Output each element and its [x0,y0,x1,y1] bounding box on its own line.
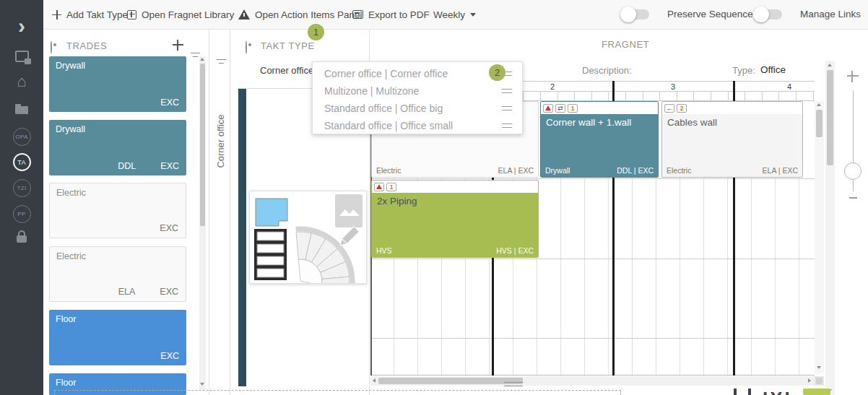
preserve-sequence-toggle[interactable] [622,9,649,19]
opa-badge-icon: OPA [13,128,31,146]
zoom-slider-handle[interactable] [844,162,862,180]
dropdown-item[interactable]: Multizone | Multizone [313,82,522,100]
add-takt-type-button[interactable]: Add Takt Type [52,0,128,29]
sidebar-item-pp[interactable]: PP [0,205,43,223]
expand-sidebar-button[interactable] [0,19,43,36]
scroll-right-icon[interactable] [808,378,811,383]
zoom-in-button[interactable] [847,71,859,82]
toggle-knob [753,6,769,22]
sidebar-item-ta[interactable]: TA [0,153,43,171]
lock-icon [17,235,27,243]
open-fragnet-library-label: Open Fragnet Library [142,9,234,20]
alert-icon[interactable] [374,183,384,191]
fragnet-panel-title: FRAGNET [602,39,649,50]
trade-card-electric-2[interactable]: Electric ELAEXC [49,246,186,302]
description-label: Description: [582,65,632,76]
open-action-items-button[interactable]: Open Action Items Panel [238,0,363,29]
toggle-knob [620,6,636,22]
row-line [370,178,815,179]
scroll-down-icon[interactable] [817,366,821,369]
zoom-control [843,65,865,217]
row-line [370,338,815,339]
swap-links-icon[interactable]: ⇄ [555,104,565,113]
add-trade-button[interactable] [173,40,183,51]
splitter-grip[interactable] [504,382,523,386]
sidebar-item-folder[interactable] [0,103,43,114]
scrollbar-thumb[interactable] [378,378,523,384]
dropdown-item[interactable]: Standard office | Office big [313,100,522,117]
panel-vertical-scrollbar[interactable] [825,61,835,395]
library-add-icon [127,10,136,19]
open-fragnet-library-button[interactable]: Open Fragnet Library [127,0,234,29]
plus-icon [52,10,61,19]
grid-bottom-line [370,375,815,376]
zoom-out-button[interactable] [849,197,857,199]
export-pdf-button[interactable]: Export to PDF [352,0,430,29]
scroll-left-icon[interactable] [373,378,376,383]
back-arrow-icon[interactable]: ← [664,104,674,113]
scrollbar-thumb[interactable] [816,110,823,137]
drag-handle-icon[interactable] [502,123,512,128]
zone-filter-icon[interactable] [217,59,226,66]
preserve-sequence-label: Preserve Sequence [667,0,753,29]
floor-plan-thumbnail[interactable] [249,191,367,284]
trade-card-floor-1[interactable]: Floor EXC [49,310,186,365]
fragnet-card-corner-wall[interactable]: ⇄ 1 Corner wall + 1.wall Drywall DDL | E… [540,101,659,178]
trades-radio-icon[interactable] [51,41,52,54]
view-mode-select[interactable]: Weekly [433,0,476,29]
scrollbar-thumb[interactable] [827,70,833,165]
card-trade: Electric [376,166,401,175]
trades-scrollbar[interactable] [199,56,206,390]
takt-row-label[interactable]: Corner office [260,65,313,76]
scroll-down-icon[interactable] [200,383,204,386]
sequence-number-icon[interactable]: 1 [386,183,396,191]
sequence-number-icon[interactable]: 1 [568,104,578,113]
annotation-step-1-badge: 1 [308,24,324,40]
card-title: Corner wall + 1.wall [546,117,631,128]
export-pdf-label: Export to PDF [368,9,430,20]
zone-vertical-label: Corner office [215,105,226,178]
app-logo-partial [748,389,751,395]
sidebar-item-projects[interactable] [0,51,43,62]
grid-vertical-scrollbar[interactable] [815,101,824,374]
edit-pencil-icon [338,227,360,248]
export-pdf-icon [352,10,363,19]
manage-links-toggle[interactable] [755,9,782,19]
drag-handle-icon[interactable] [502,89,512,93]
warning-triangle-icon [238,9,250,19]
card-code: HVS | EXC [496,246,534,255]
folder-icon [15,106,28,114]
file-copy-icon [15,51,29,62]
home-icon [17,76,26,90]
fragnet-card-cables-wall[interactable]: ← 2 Cables wall Electric ELA | EXC [661,101,803,178]
trade-card-electric-1[interactable]: Electric EXC [49,183,186,238]
app-logo-accent [803,389,830,395]
card-code: ELA | EXC [763,166,798,175]
sidebar-item-tzi[interactable]: TZI [0,179,43,197]
sidebar-item-home[interactable] [0,76,43,90]
sidebar-item-opa[interactable]: OPA [0,128,43,146]
app-sidebar: OPA TA TZI PP [0,0,43,395]
sidebar-item-lock[interactable] [0,230,43,243]
zone-color-bar [238,89,246,386]
grid-horizontal-scrollbar[interactable] [370,376,815,386]
card-title: 2x Piping [377,196,417,207]
fragnet-card-piping[interactable]: 1 2x Piping HVS HVS | EXC [371,180,539,258]
takt-type-radio-icon[interactable] [246,41,247,54]
scroll-up-icon[interactable] [817,103,821,106]
sequence-number-icon[interactable]: 2 [677,104,687,113]
trades-panel-title: TRADES [66,40,107,51]
scrollbar-corner [815,376,824,386]
app-logo-partial-text: IXL [763,388,803,395]
open-action-items-label: Open Action Items Panel [255,9,363,20]
alert-icon[interactable] [543,104,553,113]
scroll-up-icon[interactable] [200,58,204,61]
trade-card-drywall-2[interactable]: Drywall DDLEXC [49,120,186,175]
trades-scrollbar-thumb[interactable] [200,64,205,226]
dropdown-item[interactable]: Standard office | Office small [313,117,522,134]
type-value[interactable]: Office [760,64,786,75]
drag-handle-icon[interactable] [502,106,512,110]
scroll-up-icon[interactable] [828,64,832,66]
week-label: 2 [547,82,558,91]
trade-card-drywall-1[interactable]: Drywall EXC [49,56,186,112]
